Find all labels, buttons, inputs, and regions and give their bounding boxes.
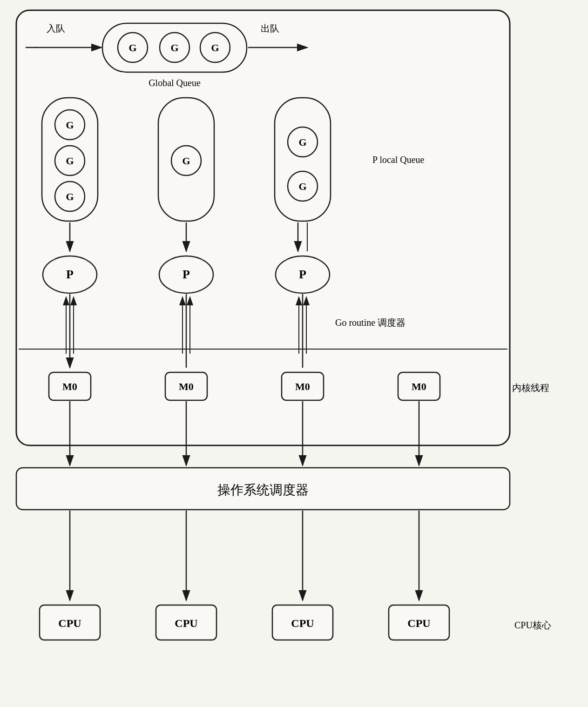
lq2-g1-label: G	[182, 155, 190, 167]
cpu-core-label: CPU核心	[514, 620, 551, 630]
lq3-g2	[288, 171, 318, 201]
p-local-queue-label: P local Queue	[372, 155, 425, 165]
cpu3-label: CPU	[291, 617, 314, 629]
goroutine-global-1	[118, 33, 148, 62]
m3-label: M0	[295, 381, 310, 392]
cpu1-label: CPU	[58, 617, 81, 629]
enqueue-label: 入队	[47, 23, 65, 34]
goroutine-global-3-label: G	[211, 42, 219, 54]
lq1-g3-label: G	[66, 191, 74, 202]
m-box-1	[49, 372, 91, 400]
m-box-4	[398, 372, 440, 400]
os-scheduler-label: 操作系统调度器	[217, 483, 309, 497]
goroutine-global-3	[200, 33, 230, 62]
go-routine-label: Go routine 调度器	[335, 317, 406, 328]
p2-ellipse	[159, 256, 213, 293]
m1-label: M0	[62, 381, 77, 392]
lq1-g1-label: G	[66, 119, 74, 131]
cpu4-label: CPU	[407, 617, 430, 629]
m-box-3	[282, 372, 324, 400]
dequeue-label: 出队	[261, 23, 279, 34]
goroutine-global-2	[160, 33, 189, 62]
lq3-g1	[288, 127, 318, 157]
lq1-g1	[55, 110, 85, 140]
cpu-box-2	[156, 605, 216, 640]
goroutine-global-1-label: G	[128, 42, 136, 54]
local-queue-2	[158, 98, 214, 221]
m2-label: M0	[179, 381, 194, 392]
local-queue-3	[275, 98, 331, 221]
global-queue-label: Global Queue	[149, 78, 201, 88]
global-queue-box	[102, 23, 247, 72]
p1-ellipse	[43, 256, 97, 293]
p1-label: P	[66, 268, 74, 281]
lq2-g1	[171, 146, 201, 175]
goroutine-global-2-label: G	[170, 42, 178, 54]
lq3-g2-label: G	[298, 181, 306, 192]
os-scheduler-box	[16, 468, 510, 510]
lq1-g3	[55, 182, 85, 211]
kernel-thread-label: 内核线程	[512, 383, 549, 393]
lq1-g2-label: G	[66, 155, 74, 167]
m4-label: M0	[412, 381, 426, 392]
lq1-g2	[55, 146, 85, 175]
m-box-2	[165, 372, 207, 400]
p2-label: P	[182, 268, 190, 281]
cpu2-label: CPU	[175, 617, 197, 629]
cpu-box-1	[40, 605, 100, 640]
cpu-box-4	[389, 605, 449, 640]
lq3-g1-label: G	[298, 136, 306, 148]
p3-label: P	[299, 268, 306, 281]
cpu-box-3	[272, 605, 333, 640]
p3-ellipse	[276, 256, 330, 293]
scheduler-box	[16, 10, 510, 445]
local-queue-1	[42, 98, 98, 221]
